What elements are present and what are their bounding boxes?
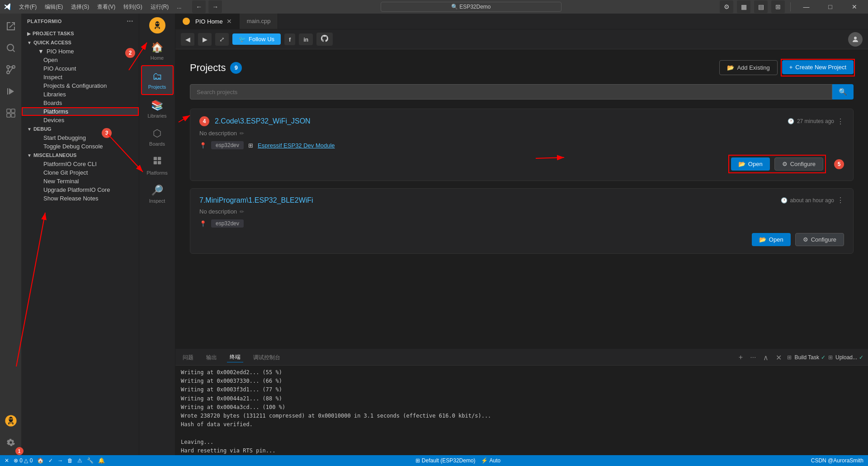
edit-desc-icon-2[interactable]: ✏ bbox=[240, 209, 244, 215]
terminal-add-btn[interactable]: + bbox=[737, 352, 745, 362]
minimize-btn[interactable]: — bbox=[796, 0, 816, 14]
settings-layout-btn[interactable]: ⚙ bbox=[720, 0, 733, 13]
status-check-icon[interactable]: ✓ bbox=[48, 457, 53, 464]
debug-section[interactable]: ▼ Debug bbox=[22, 124, 139, 133]
menu-run[interactable]: 运行(R) bbox=[147, 2, 173, 12]
status-home-icon[interactable]: 🏠 bbox=[37, 457, 44, 464]
linkedin-btn[interactable]: in bbox=[299, 33, 313, 45]
status-right: CSDN @AuroraSmith bbox=[811, 457, 863, 464]
terminal-more-btn[interactable]: ··· bbox=[748, 352, 758, 362]
terminal-close-btn[interactable]: ✕ bbox=[774, 352, 783, 363]
status-bell-icon[interactable]: 🔔 bbox=[98, 457, 105, 464]
add-existing-btn[interactable]: 📂 Add Existing bbox=[719, 60, 777, 75]
status-arrow-icon[interactable]: → bbox=[57, 457, 63, 464]
sidebar-item-open[interactable]: Open bbox=[22, 56, 139, 64]
project-1-open-btn[interactable]: 📂 Open bbox=[731, 157, 770, 171]
tab-close-pio-home[interactable]: ✕ bbox=[226, 18, 232, 25]
activity-run[interactable] bbox=[0, 81, 22, 102]
sidebar-item-show-release-notes[interactable]: Show Release Notes bbox=[22, 194, 139, 203]
sidebar-item-boards[interactable]: Boards bbox=[22, 99, 139, 107]
project-2-name[interactable]: 7.MiniProgram\1.ESP32_BLE2WiFi bbox=[199, 196, 313, 204]
toolbar-forward-btn[interactable]: ▶ bbox=[198, 33, 212, 46]
pio-nav-home[interactable]: 🏠 Home bbox=[141, 37, 174, 65]
project-2-open-btn[interactable]: 📂 Open bbox=[752, 233, 791, 246]
sidebar-item-inspect[interactable]: Inspect bbox=[22, 73, 139, 81]
menu-file[interactable]: 文件(F) bbox=[15, 2, 40, 12]
sidebar-item-upgrade-platformio-core[interactable]: Upgrade PlatformIO Core bbox=[22, 185, 139, 194]
sidebar-item-clone-git-project[interactable]: Clone Git Project bbox=[22, 168, 139, 177]
misc-section[interactable]: ▼ Miscellaneous bbox=[22, 151, 139, 160]
sidebar-more-btn[interactable]: ··· bbox=[127, 17, 133, 25]
pio-nav-projects[interactable]: 🗂 Projects bbox=[141, 65, 174, 95]
close-btn[interactable]: ✕ bbox=[844, 0, 864, 14]
global-search[interactable]: 🔍 ESP32Demo bbox=[381, 2, 561, 12]
sidebar-item-pio-home[interactable]: ▼ PIO Home bbox=[22, 47, 139, 56]
status-profile[interactable]: ⊞ Default (ESP32Demo) bbox=[415, 457, 476, 464]
menu-more[interactable]: ... bbox=[173, 3, 185, 11]
activity-git[interactable] bbox=[0, 59, 22, 81]
status-auto[interactable]: ⚡ Auto bbox=[481, 457, 501, 464]
activity-search[interactable] bbox=[0, 37, 22, 59]
status-gear-icon[interactable]: 🔧 bbox=[87, 457, 94, 464]
toolbar-expand-btn[interactable]: ⤢ bbox=[215, 33, 229, 46]
terminal-minimize-btn[interactable]: ∧ bbox=[761, 352, 770, 363]
profile-avatar-btn[interactable] bbox=[848, 32, 863, 47]
search-projects-input[interactable] bbox=[190, 84, 832, 100]
terminal-tab-terminal[interactable]: 终端 bbox=[227, 352, 243, 362]
pio-nav-boards[interactable]: ⬡ Boards bbox=[141, 123, 174, 151]
sidebar-item-pio-account[interactable]: PIO Account bbox=[22, 64, 139, 73]
status-errors-warnings[interactable]: ⊗ 0 △ 0 bbox=[14, 457, 33, 464]
activity-explorer[interactable] bbox=[0, 15, 22, 37]
sidebar-item-platformio-core-cli[interactable]: PlatformIO Core CLI bbox=[22, 160, 139, 168]
pio-nav-inspect[interactable]: 🔎 Inspect bbox=[141, 180, 174, 208]
activity-extensions[interactable] bbox=[0, 102, 22, 124]
terminal-tab-debug-console[interactable]: 调试控制台 bbox=[250, 353, 283, 362]
more-options-icon[interactable]: ⋮ bbox=[837, 117, 844, 126]
sidebar-item-projects-config[interactable]: Projects & Configuration bbox=[22, 81, 139, 90]
tab-main-cpp[interactable]: main.cpp bbox=[240, 14, 278, 29]
sidebar-item-toggle-debug-console[interactable]: Toggle Debug Console bbox=[22, 142, 139, 151]
menu-select[interactable]: 选择(S) bbox=[67, 2, 93, 12]
activity-pio[interactable] bbox=[0, 410, 22, 432]
project-1-name[interactable]: 2.Code\3.ESP32_WiFi_JSON bbox=[215, 117, 311, 125]
pio-nav-libraries[interactable]: 📚 Libraries bbox=[141, 95, 174, 123]
sidebar-item-start-debugging[interactable]: Start Debugging bbox=[22, 133, 139, 142]
nav-forward-btn[interactable]: → bbox=[208, 0, 222, 13]
sidebar-item-libraries[interactable]: Libraries bbox=[22, 90, 139, 99]
project-1-configure-btn[interactable]: ⚙ Configure bbox=[774, 157, 823, 171]
more-options-icon-2[interactable]: ⋮ bbox=[837, 196, 844, 204]
sidebar-item-new-terminal[interactable]: New Terminal bbox=[22, 177, 139, 185]
quick-access-section[interactable]: ▼ QUICK ACCESS bbox=[22, 38, 139, 47]
nav-back-btn[interactable]: ← bbox=[192, 0, 206, 13]
pio-avatar[interactable] bbox=[149, 17, 165, 33]
pio-nav-platforms[interactable]: Platforms bbox=[141, 151, 174, 180]
status-trash-icon[interactable]: 🗑 bbox=[67, 457, 73, 464]
editor-layout-btn[interactable]: ▦ bbox=[737, 0, 750, 13]
tab-pio-home[interactable]: PIO Home ✕ bbox=[175, 14, 240, 29]
terminal-panel: 问题 输出 终端 调试控制台 + ··· ∧ ✕ ⊞ Bu bbox=[175, 349, 868, 455]
sidebar-item-platforms[interactable]: Platforms bbox=[22, 107, 139, 116]
create-new-project-btn[interactable]: + Create New Project bbox=[782, 60, 854, 74]
status-warning-icon[interactable]: ⚠ bbox=[77, 457, 82, 464]
project-tasks-section[interactable]: ▶ PROJECT TASKS bbox=[22, 29, 139, 38]
menu-view[interactable]: 查看(V) bbox=[94, 2, 119, 12]
edit-desc-icon-1[interactable]: ✏ bbox=[240, 130, 244, 137]
github-btn[interactable] bbox=[316, 33, 333, 46]
toolbar-back-btn[interactable]: ◀ bbox=[181, 33, 194, 46]
maximize-btn[interactable]: □ bbox=[820, 0, 840, 14]
customize-layout-btn[interactable]: ⊞ bbox=[771, 0, 785, 13]
sidebar-item-devices[interactable]: Devices bbox=[22, 116, 139, 124]
project-tasks-chevron: ▶ bbox=[27, 31, 31, 36]
facebook-btn[interactable]: f bbox=[284, 33, 295, 45]
project-2-configure-btn[interactable]: ⚙ Configure bbox=[795, 233, 844, 246]
status-csdn[interactable]: CSDN @AuroraSmith bbox=[811, 457, 863, 464]
terminal-tab-problems[interactable]: 问题 bbox=[180, 353, 196, 362]
search-projects-btn[interactable]: 🔍 bbox=[832, 84, 854, 100]
activity-settings[interactable]: 1 bbox=[0, 432, 22, 453]
board-link-1[interactable]: Espressif ESP32 Dev Module bbox=[258, 142, 335, 149]
menu-goto[interactable]: 转到(G) bbox=[120, 2, 146, 12]
panel-layout-btn[interactable]: ▤ bbox=[754, 0, 768, 13]
follow-us-btn[interactable]: 🐦 Follow Us bbox=[232, 33, 281, 45]
menu-edit[interactable]: 编辑(E) bbox=[41, 2, 66, 12]
terminal-tab-output[interactable]: 输出 bbox=[203, 353, 220, 362]
